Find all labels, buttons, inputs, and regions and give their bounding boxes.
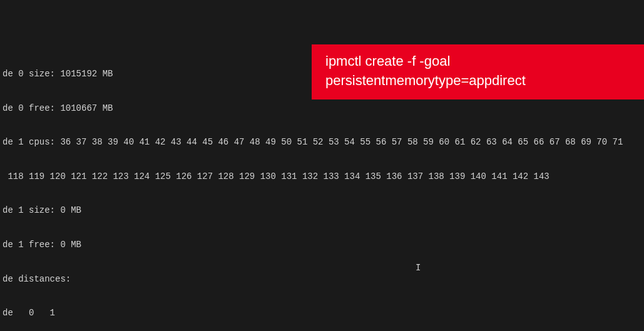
- text-cursor-icon: I: [416, 262, 421, 273]
- output-line: de 1 cpus: 36 37 38 39 40 41 42 43 44 45…: [3, 136, 641, 148]
- output-line: de 0 1: [3, 307, 641, 318]
- callout-line2: persistentmemorytype=appdirect: [325, 71, 630, 91]
- output-line: 118 119 120 121 122 123 124 125 126 127 …: [3, 171, 641, 182]
- output-line: de 1 free: 0 MB: [3, 239, 641, 250]
- output-line: de 0 free: 1010667 MB: [3, 103, 641, 114]
- command-callout: ipmctl create -f -goal persistentmemoryt…: [312, 44, 644, 99]
- output-line: de 1 size: 0 MB: [3, 205, 641, 216]
- callout-line1: ipmctl create -f -goal: [325, 52, 630, 71]
- output-line: de distances:: [3, 273, 641, 285]
